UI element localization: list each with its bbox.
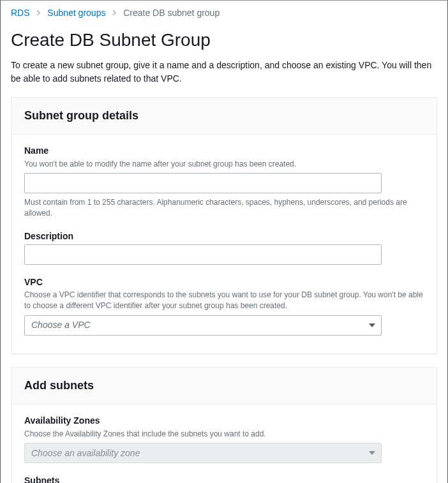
subnets-label: Subnets: [24, 475, 424, 483]
page-description: To create a new subnet group, give it a …: [11, 59, 437, 85]
panel-add-subnets: Add subnets Availability Zones Choose th…: [11, 367, 437, 483]
description-input[interactable]: [24, 244, 382, 265]
name-hint: Must contain from 1 to 255 characters. A…: [24, 197, 424, 219]
breadcrumb-current: Create DB subnet group: [123, 8, 220, 18]
vpc-select[interactable]: Choose a VPC: [24, 315, 382, 336]
chevron-right-icon: [112, 8, 117, 19]
az-select-placeholder: Choose an availability zone: [31, 447, 140, 460]
breadcrumb-subnet-groups[interactable]: Subnet groups: [47, 8, 105, 18]
vpc-help: Choose a VPC identifier that corresponds…: [24, 290, 424, 311]
chevron-right-icon: [36, 8, 41, 19]
field-subnets: Subnets Choose the subnets that you want…: [24, 475, 424, 483]
vpc-label: VPC: [24, 276, 424, 289]
breadcrumb: RDS Subnet groups Create DB subnet group: [11, 1, 437, 25]
panel-title-details: Subnet group details: [24, 108, 424, 124]
description-label: Description: [24, 230, 424, 243]
field-availability-zones: Availability Zones Choose the Availabili…: [24, 415, 424, 463]
panel-title-subnets: Add subnets: [24, 378, 424, 394]
az-label: Availability Zones: [24, 415, 424, 427]
breadcrumb-rds[interactable]: RDS: [11, 8, 30, 18]
field-vpc: VPC Choose a VPC identifier that corresp…: [24, 276, 424, 336]
az-select[interactable]: Choose an availability zone: [24, 443, 382, 463]
panel-subnet-group-details: Subnet group details Name You won't be a…: [11, 97, 437, 354]
page-title: Create DB Subnet Group: [11, 27, 437, 52]
name-input[interactable]: [24, 173, 382, 193]
field-name: Name You won't be able to modify the nam…: [24, 145, 424, 219]
az-help: Choose the Availability Zones that inclu…: [24, 429, 424, 440]
name-label: Name: [24, 145, 424, 158]
name-help: You won't be able to modify the name aft…: [24, 159, 424, 170]
vpc-select-placeholder: Choose a VPC: [31, 319, 91, 332]
field-description: Description: [24, 230, 424, 265]
